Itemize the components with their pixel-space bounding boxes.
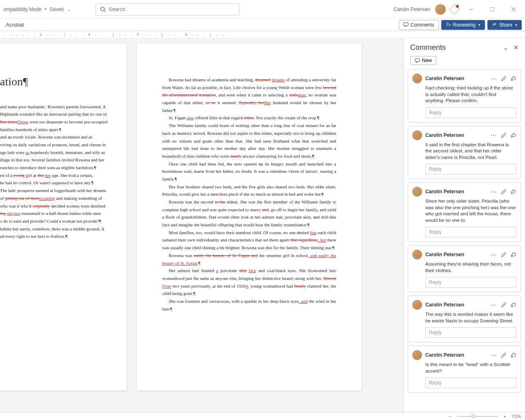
collapse-icon[interactable]: ⌄ — [503, 44, 508, 51]
more-icon[interactable]: ⋯ — [490, 188, 497, 196]
close-button[interactable] — [505, 3, 522, 16]
thumbs-up-icon[interactable] — [511, 76, 516, 81]
comments-title: Comments — [410, 43, 446, 52]
new-comment-button[interactable]: New — [410, 56, 436, 65]
compat-mode: ompatibility Mode — [3, 7, 41, 12]
comment-author: Carolin Petersen — [425, 302, 487, 308]
reply-input[interactable]: Reply — [425, 227, 516, 237]
doc-paragraph: Rowena had dreams of academia and teachi… — [162, 76, 336, 114]
zoom-level: 71% — [512, 414, 521, 419]
search-input[interactable] — [109, 6, 235, 12]
comment-text: Since her only older sister, Priscilla (… — [425, 198, 516, 223]
comment-card[interactable]: Carolin Petersen⋯The way this is worded … — [408, 295, 521, 342]
chevron-down-icon[interactable]: ⌄ — [67, 7, 71, 12]
thumbs-up-icon[interactable] — [511, 132, 516, 138]
share-icon — [492, 22, 497, 27]
more-icon[interactable]: ⋯ — [490, 251, 497, 259]
tab-acrobat[interactable]: Acrobat — [3, 20, 27, 29]
close-icon[interactable]: ✕ — [513, 44, 518, 51]
thumbs-up-icon[interactable] — [511, 252, 516, 257]
more-icon[interactable]: ⋯ — [490, 131, 497, 139]
doc-line: and an exotic locale. Rowena was sevente… — [0, 133, 118, 141]
chevron-down-icon: ▾ — [478, 23, 480, 27]
svg-rect-3 — [490, 7, 494, 11]
comments-button[interactable]: Comments — [399, 20, 439, 30]
doc-line: of getting out of thereescaping and maki… — [0, 194, 118, 202]
comment-text: Is this meant to be "head" with a Scotti… — [425, 362, 516, 374]
share-label: Share — [499, 22, 512, 28]
edit-icon[interactable] — [501, 352, 507, 358]
ruler: . . . . . . 3 . . . | . . . 4 . . . | . … — [0, 31, 525, 38]
comments-list: Carolin Petersen⋯Fact checking: tried lo… — [404, 69, 525, 412]
reviewing-button[interactable]: Reviewing ▾ — [441, 20, 485, 30]
more-icon[interactable]: ⋯ — [490, 301, 497, 309]
minimize-button[interactable] — [463, 3, 479, 16]
document-area[interactable]: ation¶ and make poor husbands,' Rowena's… — [0, 38, 403, 412]
doc-paragraph: Rowena was easily the beauty of St. Faga… — [162, 252, 336, 267]
reply-input[interactable]: Reply — [425, 327, 516, 338]
reply-input[interactable]: Reply — [425, 277, 516, 288]
reply-input[interactable]: Reply — [425, 107, 516, 118]
premium-icon[interactable] — [451, 6, 458, 13]
doc-paragraph: Once one child had been fed, the next op… — [162, 160, 336, 183]
svg-point-7 — [447, 23, 448, 25]
doc-line: and make poor husbands,' Rowena's parent… — [0, 103, 118, 111]
edit-icon[interactable] — [501, 252, 507, 257]
comment-card[interactable]: Carolin Petersen⋯Since her only older si… — [408, 182, 521, 242]
thumbs-up-icon[interactable] — [511, 352, 516, 358]
svg-line-1 — [104, 11, 105, 12]
doc-line: age lads were as hopelessly brutish, imm… — [0, 149, 118, 156]
edit-icon[interactable] — [501, 302, 507, 308]
comment-author: Carolin Petersen — [425, 76, 487, 81]
ribbon: Acrobat Comments Reviewing ▾ Share ▾ — [0, 19, 525, 31]
edit-icon[interactable] — [501, 132, 507, 138]
title-bar: ompatibility Mode • Saved ⌄ Carolin Pete… — [0, 0, 525, 19]
comment-card[interactable]: Carolin Petersen⋯Is this meant to be "he… — [408, 346, 521, 393]
doc-paragraph: She was fourteen and curvaceous, with a … — [162, 297, 336, 313]
thumbs-up-icon[interactable] — [511, 189, 516, 194]
comment-card[interactable]: Carolin Petersen⋯Assuming they're shavin… — [408, 245, 521, 292]
zoom-slider[interactable] — [457, 416, 498, 417]
comments-label: Comments — [411, 22, 434, 28]
reply-input[interactable]: Reply — [425, 378, 516, 388]
doc-paragraph: The Williams family could boast of nothi… — [162, 122, 336, 160]
doc-paragraph: Her auburn hair framed a porcelain skin … — [162, 267, 336, 297]
zoom-in-button[interactable]: + — [504, 414, 506, 419]
doc-line: The lads' prospects seemed at loggerhead… — [0, 187, 118, 194]
comment-icon — [403, 22, 409, 27]
zoom-out-button[interactable]: − — [449, 414, 451, 419]
avatar — [412, 187, 422, 197]
svg-point-0 — [101, 7, 104, 11]
reply-input[interactable]: Reply — [425, 164, 516, 174]
user-name: Carolin Petersen — [394, 7, 430, 12]
more-icon[interactable]: ⋯ — [490, 351, 497, 359]
edit-icon[interactable] — [501, 189, 507, 194]
comment-author: Carolin Petersen — [425, 352, 487, 358]
doc-line: o do to earn and provide? Could a woman … — [0, 217, 118, 225]
svg-rect-6 — [403, 23, 408, 26]
section-heading: ation¶ — [0, 72, 118, 92]
person-edit-icon — [446, 22, 451, 27]
avatar[interactable] — [435, 4, 446, 15]
doc-line: Highlands sounded like an interracial pa… — [0, 110, 118, 118]
comment-author: Carolin Petersen — [425, 252, 487, 257]
more-icon[interactable]: ⋯ — [490, 75, 497, 83]
status-bar: − + 71% — [0, 412, 525, 420]
avatar — [412, 74, 422, 83]
doc-line: who was it who'd originally decided wome… — [0, 202, 118, 210]
comment-card[interactable]: Carolin Petersen⋯Fact checking: tried lo… — [408, 69, 521, 123]
doc-line: illage in that era. Several families inv… — [0, 156, 118, 164]
search-box[interactable] — [96, 3, 239, 16]
share-button[interactable]: Share ▾ — [487, 20, 522, 30]
comments-pane: Comments ⌄ ✕ New Carolin Petersen⋯Fact c… — [403, 38, 525, 412]
doc-line: ad every right to see hers to fruition.¶ — [0, 232, 118, 240]
bullet: • — [45, 7, 46, 12]
avatar — [412, 300, 422, 310]
doc-paragraph: Rowena was the second to the eldest. She… — [162, 198, 336, 229]
comment-card[interactable]: Carolin Petersen⋯It said in the first ch… — [408, 126, 521, 179]
thumbs-up-icon[interactable] — [511, 302, 516, 308]
edit-icon[interactable] — [501, 76, 507, 81]
comment-author: Carolin Petersen — [425, 132, 487, 138]
maximize-button[interactable] — [484, 3, 500, 16]
search-icon — [100, 7, 105, 12]
